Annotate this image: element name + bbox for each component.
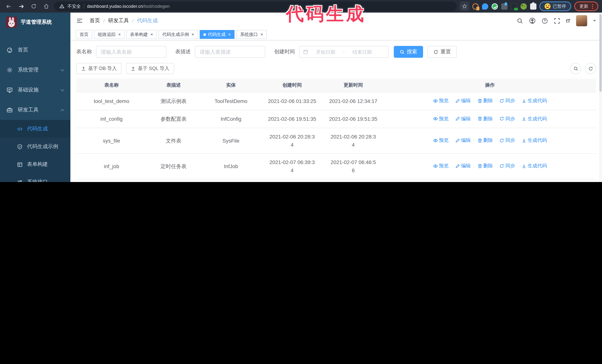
browser-menu-kebab-icon[interactable]	[592, 4, 593, 9]
table-toolbar-right	[570, 63, 596, 74]
tab-system-api[interactable]: 系统接口	[236, 30, 267, 39]
table-desc-input[interactable]	[195, 46, 265, 58]
tab-home[interactable]: 首页	[76, 30, 92, 39]
breadcrumb-home[interactable]: 首页	[90, 17, 100, 24]
browser-forward-icon[interactable]	[16, 1, 26, 11]
sync-link[interactable]: 同步	[500, 97, 515, 105]
preview-link[interactable]: 预览	[433, 136, 448, 145]
toggle-search-button[interactable]	[570, 63, 581, 74]
extension-green-check-icon[interactable]	[492, 3, 498, 10]
preview-link[interactable]: 预览	[433, 97, 448, 105]
browser-home-icon[interactable]	[42, 1, 51, 11]
pencil-icon	[455, 164, 460, 168]
scrollbar-thumb[interactable]	[599, 14, 602, 92]
extension-grid-icon[interactable]	[501, 3, 507, 10]
avatar[interactable]	[576, 15, 587, 26]
sync-link[interactable]: 同步	[500, 136, 515, 145]
close-icon[interactable]	[118, 32, 121, 37]
sidebar-item-infra[interactable]: 基础设施	[0, 80, 70, 100]
preview-link[interactable]: 预览	[433, 162, 448, 170]
font-size-icon[interactable]: tT	[566, 18, 570, 24]
github-icon[interactable]	[529, 17, 536, 24]
sidebar-item-label: 系统接口	[27, 179, 48, 182]
sidebar-item-codegen-example[interactable]: 代码生成示例	[0, 138, 70, 156]
sidebar-logo-row[interactable]: 芋道管理系统	[0, 13, 70, 32]
delete-link[interactable]: 删除	[477, 162, 493, 170]
bookmark-star-icon[interactable]	[460, 1, 469, 11]
cell-table-name: sys_file	[76, 128, 147, 154]
help-icon[interactable]	[542, 18, 548, 24]
generate-code-link[interactable]: 生成代码	[522, 114, 547, 123]
hamburger-icon[interactable]	[76, 17, 83, 24]
breadcrumb-devtools[interactable]: 研发工具	[108, 17, 129, 24]
extension-blue-drop-icon[interactable]	[482, 3, 488, 10]
tab-codegen-example[interactable]: 代码生成示例	[159, 30, 198, 39]
import-sql-button[interactable]: 基于 SQL 导入	[126, 63, 174, 74]
generate-code-link[interactable]: 生成代码	[522, 162, 547, 170]
sidebar-item-home[interactable]: 首页	[0, 40, 70, 60]
generate-code-link[interactable]: 生成代码	[522, 136, 547, 145]
edit-link[interactable]: 编辑	[455, 162, 471, 170]
close-icon[interactable]	[260, 32, 263, 37]
edit-link[interactable]: 编辑	[455, 97, 471, 105]
extensions-puzzle-icon[interactable]	[530, 3, 537, 10]
browser-back-icon[interactable]	[4, 1, 13, 11]
breadcrumb-separator: /	[132, 18, 134, 24]
close-icon[interactable]	[192, 32, 194, 37]
cell-created: 2021-02-06 19:51:35	[262, 110, 323, 128]
end-date-input[interactable]	[347, 49, 377, 55]
emoji-face-icon	[545, 3, 550, 9]
edit-link[interactable]: 编辑	[455, 114, 471, 123]
sync-link[interactable]: 同步	[500, 114, 515, 123]
browser-update-button[interactable]: 更新	[574, 1, 598, 11]
generate-code-link[interactable]: 生成代码	[522, 97, 547, 105]
sidebar-item-form-builder[interactable]: 表单构建	[0, 156, 70, 173]
table-name-input[interactable]	[96, 46, 166, 58]
tab-form-builder[interactable]: 表单构建	[126, 30, 157, 39]
browser-reload-icon[interactable]	[29, 1, 39, 11]
logo-rabbit-image	[6, 17, 17, 28]
sync-icon	[500, 164, 504, 168]
delete-link[interactable]: 删除	[477, 114, 493, 123]
delete-link[interactable]: 删除	[477, 97, 493, 105]
col-header-actions: 操作	[384, 79, 596, 92]
extension-on-badge-icon[interactable]	[511, 3, 517, 10]
import-db-button[interactable]: 基于 DB 导入	[76, 63, 122, 74]
sidebar-item-devtools[interactable]: 研发工具	[0, 100, 70, 120]
fullscreen-icon[interactable]	[554, 18, 560, 24]
paused-badge-label: 已暂停	[553, 3, 566, 10]
extension-green-creature-icon[interactable]	[520, 3, 527, 10]
page-scrollbar[interactable]	[599, 13, 602, 182]
search-icon	[573, 66, 578, 71]
address-bar[interactable]: 不安全 dashboard.yudao.iocoder.cn/tool/code…	[54, 1, 457, 11]
preview-link[interactable]: 预览	[433, 114, 448, 123]
extension-orange-icon[interactable]	[472, 3, 479, 10]
date-range-picker[interactable]: -	[299, 46, 389, 58]
refresh-icon	[588, 66, 593, 71]
sidebar-item-system[interactable]: 系统管理	[0, 60, 70, 80]
form-icon	[17, 162, 22, 167]
sidebar-item-codegen[interactable]: 代码生成	[0, 120, 70, 138]
sidebar-item-system-api[interactable]: 系统接口	[0, 173, 70, 182]
tab-tracing[interactable]: 链路追踪	[94, 30, 124, 39]
refresh-table-button[interactable]	[585, 63, 596, 74]
edit-link[interactable]: 编辑	[455, 136, 471, 145]
search-icon[interactable]	[517, 18, 523, 24]
tab-codegen[interactable]: 代码生成	[200, 30, 235, 39]
trash-icon	[477, 116, 482, 121]
reset-button[interactable]: 重置	[428, 46, 457, 58]
close-icon[interactable]	[228, 32, 231, 37]
close-icon[interactable]	[150, 32, 153, 37]
cell-actions: 预览 编辑 删除 同步 生成代码	[384, 128, 596, 154]
avatar-caret-icon[interactable]	[593, 20, 596, 23]
search-button[interactable]: 搜索	[394, 46, 423, 58]
delete-link[interactable]: 删除	[477, 136, 493, 145]
paused-badge[interactable]: 已暂停	[539, 1, 571, 11]
sync-link[interactable]: 同步	[500, 162, 515, 170]
eye-icon	[433, 116, 438, 121]
start-date-input[interactable]	[311, 49, 341, 55]
url-domain: dashboard.yudao.iocoder.cn	[87, 4, 143, 9]
sync-icon	[500, 98, 504, 103]
col-header-entity: 实体	[200, 79, 262, 92]
extensions-row	[472, 3, 537, 10]
